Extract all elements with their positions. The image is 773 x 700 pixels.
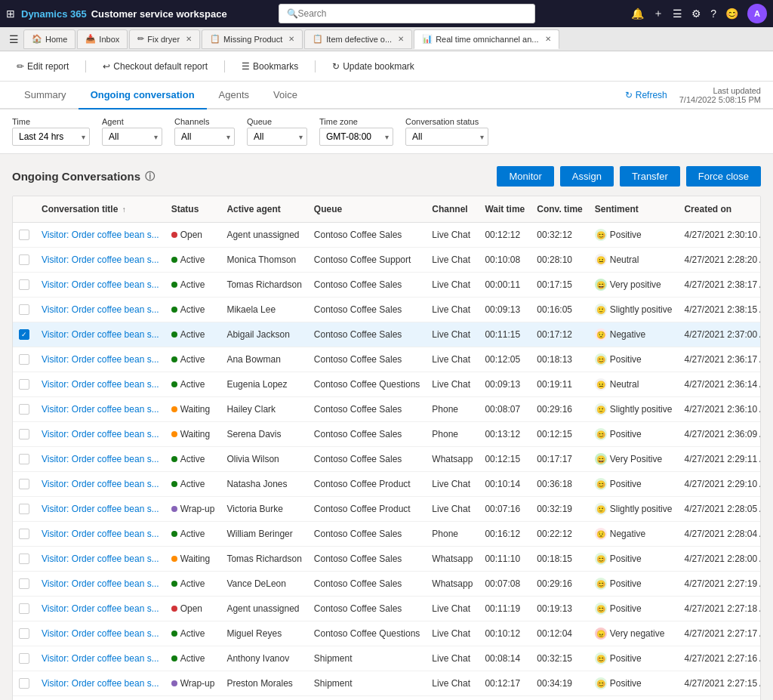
table-row[interactable]: Visitor: Order coffee bean s... Waiting … — [13, 547, 761, 572]
table-row[interactable]: Visitor: Order coffee bean s... Open Age… — [13, 597, 761, 621]
tab-home[interactable]: 🏠 Home — [23, 29, 75, 49]
conv-title-link[interactable]: Visitor: Order coffee bean s... — [42, 454, 159, 464]
row-selector[interactable] — [19, 578, 29, 589]
filter-queue-select[interactable]: All — [247, 128, 307, 146]
tab-item-defective[interactable]: 📋 Item defective o... ✕ — [304, 29, 412, 49]
nav-hamburger[interactable]: ☰ — [6, 33, 22, 45]
tab-realtime-close[interactable]: ✕ — [545, 35, 551, 43]
conv-title-link[interactable]: Visitor: Order coffee bean s... — [42, 628, 159, 639]
conv-title-link[interactable]: Visitor: Order coffee bean s... — [42, 254, 159, 265]
filter-agent-select[interactable]: All — [102, 128, 162, 146]
row-selector[interactable] — [19, 504, 29, 514]
th-channel[interactable]: Channel — [426, 196, 479, 223]
table-row[interactable]: Visitor: Order coffee bean s... Active M… — [13, 621, 761, 646]
tab-realtime-omnichannel[interactable]: 📊 Real time omnichannel an... ✕ — [414, 29, 559, 49]
row-selector[interactable] — [19, 454, 29, 464]
refresh-button[interactable]: ↻ Refresh — [619, 87, 673, 103]
row-selector[interactable] — [19, 230, 29, 240]
settings-icon[interactable]: ⚙ — [691, 8, 701, 20]
tab-fix-dryer[interactable]: ✏ Fix dryer ✕ — [129, 29, 200, 49]
help-icon[interactable]: ? — [710, 8, 716, 20]
row-selector[interactable] — [19, 603, 29, 614]
table-row[interactable]: Visitor: Order coffee bean s... Active N… — [13, 472, 761, 497]
table-row[interactable]: Visitor: Order coffee bean s... Active W… — [13, 522, 761, 547]
search-input[interactable] — [298, 8, 527, 19]
tab-fix-dryer-close[interactable]: ✕ — [186, 35, 192, 43]
th-active-agent[interactable]: Active agent — [220, 196, 307, 223]
avatar[interactable]: A — [747, 4, 767, 23]
row-selector[interactable] — [19, 404, 29, 415]
filter-time-select[interactable]: Last 24 hrs Last 7 days Last 30 days — [12, 128, 90, 146]
edit-report-button[interactable]: ✏ Edit report — [12, 58, 73, 75]
table-row[interactable]: Visitor: Order coffee bean s... Wrap-up … — [13, 497, 761, 522]
row-selector[interactable] — [19, 354, 29, 365]
row-selector[interactable] — [19, 529, 29, 539]
row-selector[interactable] — [19, 628, 29, 639]
conv-title-link[interactable]: Visitor: Order coffee bean s... — [42, 354, 159, 365]
conv-title-link[interactable]: Visitor: Order coffee bean s... — [42, 479, 159, 489]
filter-conv-status-select[interactable]: All Open Active Waiting Wrap-up — [405, 128, 488, 146]
th-sentiment[interactable]: Sentiment — [589, 196, 679, 223]
filter-channels-select[interactable]: All — [174, 128, 235, 146]
tab-summary[interactable]: Summary — [12, 82, 79, 109]
emoji-icon[interactable]: 😊 — [725, 8, 738, 20]
table-row[interactable]: Visitor: Order coffee bean s... Waiting … — [13, 422, 761, 447]
th-created-on[interactable]: Created on — [678, 196, 761, 223]
force-close-button[interactable]: Force close — [686, 166, 761, 187]
checkout-report-button[interactable]: ↩ Checkout default report — [98, 58, 212, 75]
add-icon[interactable]: ＋ — [653, 7, 664, 20]
table-row[interactable]: Visitor: Order coffee bean s... Open Age… — [13, 223, 761, 248]
row-selector[interactable] — [19, 479, 29, 489]
row-selector[interactable] — [19, 254, 29, 265]
conv-title-link[interactable]: Visitor: Order coffee bean s... — [42, 603, 159, 614]
table-row[interactable]: Visitor: Order coffee bean s... Active M… — [13, 248, 761, 273]
table-row[interactable]: Visitor: Order coffee bean s... Active O… — [13, 447, 761, 472]
conv-title-link[interactable]: Visitor: Order coffee bean s... — [42, 230, 159, 240]
table-row[interactable]: Visitor: Order coffee bean s... Active M… — [13, 298, 761, 322]
conv-title-link[interactable]: Visitor: Order coffee bean s... — [42, 653, 159, 664]
conv-title-link[interactable]: Visitor: Order coffee bean s... — [42, 529, 159, 539]
monitor-button[interactable]: Monitor — [497, 166, 553, 187]
table-row[interactable]: Visitor: Order coffee bean s... Waiting … — [13, 397, 761, 422]
table-row[interactable]: Visitor: Order coffee bean s... Active E… — [13, 372, 761, 397]
th-status[interactable]: Status — [165, 196, 221, 223]
row-selector[interactable] — [19, 304, 29, 315]
tab-inbox[interactable]: 📥 Inbox — [77, 29, 128, 49]
tab-item-defective-close[interactable]: ✕ — [398, 35, 404, 43]
conv-title-link[interactable]: Visitor: Order coffee bean s... — [42, 554, 159, 564]
th-queue[interactable]: Queue — [308, 196, 427, 223]
table-row[interactable]: Visitor: Order coffee bean s... Open Age… — [13, 696, 761, 701]
conv-title-link[interactable]: Visitor: Order coffee bean s... — [42, 279, 159, 290]
table-row[interactable]: Visitor: Order coffee bean s... Wrap-up … — [13, 671, 761, 696]
tab-ongoing-conversation[interactable]: Ongoing conversation — [79, 82, 207, 109]
row-selector[interactable] — [19, 429, 29, 439]
hamburger-icon[interactable]: ☰ — [673, 8, 682, 20]
th-conversation-title[interactable]: Conversation title ↑ — [35, 196, 165, 223]
table-row[interactable]: ✓ Visitor: Order coffee bean s... Active… — [13, 322, 761, 347]
transfer-button[interactable]: Transfer — [620, 166, 680, 187]
conv-title-link[interactable]: Visitor: Order coffee bean s... — [42, 404, 159, 415]
row-selector[interactable]: ✓ — [19, 329, 29, 340]
tab-agents[interactable]: Agents — [207, 82, 261, 109]
conv-title-link[interactable]: Visitor: Order coffee bean s... — [42, 678, 159, 689]
row-selector[interactable] — [19, 678, 29, 689]
assign-button[interactable]: Assign — [560, 166, 614, 187]
notifications-icon[interactable]: 🔔 — [631, 8, 644, 20]
tab-voice[interactable]: Voice — [261, 82, 310, 109]
conv-title-link[interactable]: Visitor: Order coffee bean s... — [42, 578, 159, 589]
row-selector[interactable] — [19, 379, 29, 390]
conv-title-link[interactable]: Visitor: Order coffee bean s... — [42, 329, 159, 340]
filter-timezone-select[interactable]: GMT-08:00 GMT-07:00 GMT+00:00 — [319, 128, 393, 146]
table-row[interactable]: Visitor: Order coffee bean s... Active T… — [13, 273, 761, 298]
bookmarks-button[interactable]: ☰ Bookmarks — [237, 58, 303, 75]
info-icon[interactable]: ⓘ — [145, 170, 155, 183]
tab-missing-product-close[interactable]: ✕ — [288, 35, 294, 43]
conv-title-link[interactable]: Visitor: Order coffee bean s... — [42, 379, 159, 390]
app-grid-icon[interactable]: ⊞ — [6, 8, 15, 20]
th-conv-time[interactable]: Conv. time — [531, 196, 588, 223]
tab-missing-product[interactable]: 📋 Missing Product ✕ — [202, 29, 303, 49]
table-row[interactable]: Visitor: Order coffee bean s... Active V… — [13, 572, 761, 597]
row-selector[interactable] — [19, 279, 29, 290]
search-bar[interactable]: 🔍 — [279, 4, 535, 23]
table-row[interactable]: Visitor: Order coffee bean s... Active A… — [13, 347, 761, 372]
